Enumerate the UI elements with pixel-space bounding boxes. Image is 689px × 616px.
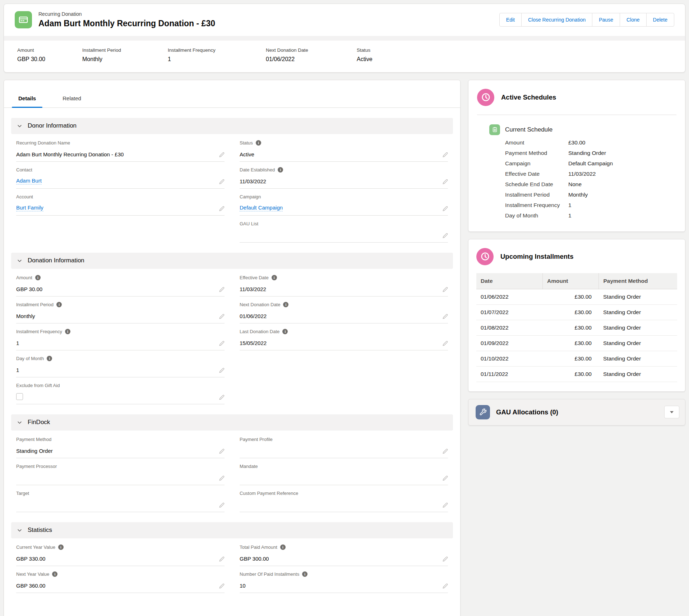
field-contact: ContactAdam Burt <box>16 162 225 189</box>
edit-pencil-icon[interactable] <box>443 206 448 211</box>
clone-button[interactable]: Clone <box>620 13 647 27</box>
current-schedule-fields: Amount£30.00Payment MethodStanding Order… <box>505 137 676 221</box>
installment-payment-method: Standing Order <box>599 366 677 382</box>
chevron-down-icon <box>17 258 22 263</box>
section-title: FinDock <box>28 419 50 426</box>
edit-pencil-icon[interactable] <box>219 502 225 508</box>
edit-button[interactable]: Edit <box>499 13 522 27</box>
field-value-row: GBP 30.00 <box>16 284 225 292</box>
schedule-clipboard-icon <box>489 124 500 135</box>
field-label: Total Paid Amount <box>240 544 277 550</box>
schedule-field-value-campaign: Default Campaign <box>568 158 676 169</box>
section-header-findock[interactable]: FinDock <box>11 414 453 431</box>
installments-table: Date Amount Payment Method 01/06/2022£30… <box>476 273 677 382</box>
field-value: Standing Order <box>16 448 53 454</box>
pause-button[interactable]: Pause <box>592 13 620 27</box>
schedule-field-label-schedule-end-date: Schedule End Date <box>505 179 568 189</box>
edit-pencil-icon[interactable] <box>443 556 448 562</box>
tab-details[interactable]: Details <box>12 95 42 107</box>
info-icon: i <box>280 544 286 550</box>
tab-bar: Details Related <box>4 80 460 108</box>
edit-pencil-icon[interactable] <box>219 314 225 319</box>
gau-allocations-dropdown-button[interactable] <box>664 406 679 418</box>
tab-related[interactable]: Related <box>56 95 88 107</box>
edit-pencil-icon[interactable] <box>219 206 225 211</box>
field-mandate: Mandate <box>240 458 448 485</box>
schedule-field-value-amount: £30.00 <box>568 137 676 148</box>
edit-pencil-icon[interactable] <box>219 368 225 373</box>
field-effective-date: Effective Datei11/03/2022 <box>240 270 448 296</box>
field-label: Status <box>240 140 253 146</box>
section-header-donor-information[interactable]: Donor Information <box>11 118 453 134</box>
field-label: Contact <box>16 167 32 173</box>
current-schedule-head: Current Schedule <box>489 124 676 135</box>
edit-pencil-icon[interactable] <box>219 475 225 481</box>
close-recurring-donation-button[interactable]: Close Recurring Donation <box>521 13 592 27</box>
field-value: GBP 330.00 <box>16 556 45 562</box>
field-value-row <box>16 473 225 481</box>
field-label-row: Number Of Paid Installmentsi <box>240 571 448 577</box>
edit-pencil-icon[interactable] <box>443 502 448 508</box>
info-icon: i <box>256 140 261 146</box>
field-value-row <box>240 473 448 481</box>
edit-pencil-icon[interactable] <box>443 583 448 589</box>
field-label-row: Installment Frequencyi <box>16 329 225 335</box>
field-label-row: GAU List <box>240 221 448 227</box>
record-link-default-campaign[interactable]: Default Campaign <box>240 204 283 211</box>
record-link-burt-family[interactable]: Burt Family <box>16 204 43 211</box>
field-label: Payment Profile <box>240 437 273 442</box>
schedule-field-label-payment-method: Payment Method <box>505 148 568 158</box>
edit-pencil-icon[interactable] <box>443 152 448 157</box>
field-recurring-donation-name: Recurring Donation NameAdam Burt Monthly… <box>16 135 225 162</box>
field-value-row: GBP 300.00 <box>240 554 448 562</box>
edit-pencil-icon[interactable] <box>443 179 448 184</box>
edit-pencil-icon[interactable] <box>443 449 448 454</box>
edit-pencil-icon[interactable] <box>443 287 448 292</box>
edit-pencil-icon[interactable] <box>443 314 448 319</box>
edit-pencil-icon[interactable] <box>219 287 225 292</box>
field-last-donation-date: Last Donation Datei15/05/2022 <box>240 323 448 350</box>
edit-pencil-icon[interactable] <box>219 395 225 400</box>
field-day-of-month: Day of Monthi1 <box>16 350 225 377</box>
gau-allocations-card: GAU Allocations (0) <box>468 399 685 426</box>
field-label-row: Target <box>16 491 225 496</box>
field-grid-findock: Payment MethodStanding OrderPayment Prof… <box>16 431 448 512</box>
record-header-top: Recurring Donation Adam Burt Monthly Rec… <box>4 4 685 36</box>
installment-row: 01/11/2022£30.00Standing Order <box>476 366 677 382</box>
field-label: Exclude from Gift Aid <box>16 383 60 388</box>
field-label: Target <box>16 491 29 496</box>
edit-pencil-icon[interactable] <box>219 341 225 346</box>
field-label-row: Mandate <box>240 464 448 469</box>
record-link-adam-burt[interactable]: Adam Burt <box>16 178 42 184</box>
edit-pencil-icon[interactable] <box>443 475 448 481</box>
field-grid-donation-information: AmountiGBP 30.00Effective Datei11/03/202… <box>16 270 448 404</box>
current-schedule: Current Schedule Amount£30.00Payment Met… <box>489 124 676 221</box>
section-header-statistics[interactable]: Statistics <box>11 522 453 538</box>
installment-date: 01/10/2022 <box>476 351 542 366</box>
field-label-row: Exclude from Gift Aid <box>16 383 225 389</box>
edit-pencil-icon[interactable] <box>219 152 225 157</box>
field-grid-donor-information: Recurring Donation NameAdam Burt Monthly… <box>16 135 448 243</box>
field-installment-period: Installment PeriodiMonthly <box>16 296 225 323</box>
upcoming-installments-title: Upcoming Installments <box>500 253 574 261</box>
field-value-row: 11/03/2022 <box>240 284 448 292</box>
edit-pencil-icon[interactable] <box>219 179 225 184</box>
checkbox-unchecked[interactable] <box>16 393 23 400</box>
field-label-row: Account <box>16 194 225 200</box>
edit-pencil-icon[interactable] <box>219 449 225 454</box>
field-value: Adam Burt Monthly Recurring Donation - £… <box>16 151 124 157</box>
edit-pencil-icon[interactable] <box>443 341 448 346</box>
info-icon: i <box>52 571 57 577</box>
section-header-donation-information[interactable]: Donation Information <box>11 253 453 269</box>
field-payment-processor: Payment Processor <box>16 458 225 485</box>
edit-pencil-icon[interactable] <box>219 583 225 589</box>
field-value: 10 <box>240 583 246 589</box>
edit-pencil-icon[interactable] <box>219 556 225 562</box>
field-value-row: Adam Burt <box>16 176 225 184</box>
installment-amount: £30.00 <box>542 335 599 351</box>
field-label-row: Day of Monthi <box>16 356 225 362</box>
schedule-field-value-schedule-end-date: None <box>568 179 676 189</box>
delete-button[interactable]: Delete <box>646 13 674 27</box>
field-label: Recurring Donation Name <box>16 140 70 146</box>
edit-pencil-icon[interactable] <box>443 233 448 238</box>
